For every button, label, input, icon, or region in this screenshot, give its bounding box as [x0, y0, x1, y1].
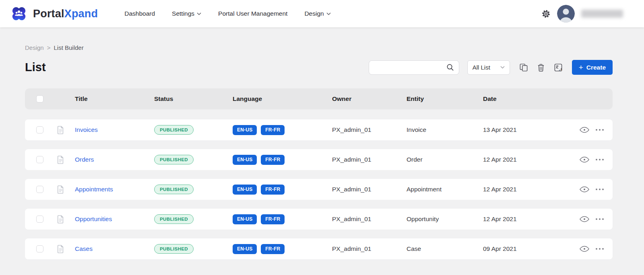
chevron-down-icon: [500, 66, 505, 69]
document-icon: [57, 215, 75, 224]
row-date: 12 Apr 2021: [483, 186, 580, 193]
main-nav: Dashboard Settings Portal User Managemen…: [124, 10, 330, 17]
search-icon[interactable]: [446, 64, 454, 71]
row-entity: Appointment: [407, 186, 483, 193]
select-all-checkbox[interactable]: [36, 95, 43, 103]
status-badge: PUBLISHED: [154, 244, 194, 254]
table-row: Opportunities PUBLISHED EN-USFR-FR PX_ad…: [25, 209, 613, 230]
title-row: List All List: [25, 60, 613, 75]
column-header-entity: Entity: [407, 95, 483, 103]
language-badge: FR-FR: [261, 185, 285, 195]
breadcrumb-parent[interactable]: Design: [25, 44, 44, 51]
eye-icon[interactable]: [580, 127, 589, 133]
document-icon: [57, 185, 75, 194]
row-date: 09 Apr 2021: [483, 245, 580, 252]
row-owner: PX_admin_01: [332, 156, 407, 163]
column-header-owner: Owner: [332, 95, 407, 103]
language-badge: FR-FR: [261, 125, 285, 135]
column-header-date: Date: [483, 95, 580, 103]
table-body: Invoices PUBLISHED EN-USFR-FR PX_admin_0…: [25, 119, 613, 259]
trash-icon[interactable]: [537, 64, 545, 72]
nav-item-settings[interactable]: Settings: [172, 10, 201, 17]
search-input[interactable]: [374, 64, 446, 71]
nav-right: [541, 5, 623, 23]
nav-item-dashboard[interactable]: Dashboard: [124, 10, 155, 17]
row-entity: Invoice: [407, 126, 483, 133]
language-badges: EN-USFR-FR: [233, 244, 332, 254]
chevron-down-icon: [197, 12, 201, 15]
document-icon: [57, 156, 75, 164]
copy-icon[interactable]: [520, 64, 528, 72]
row-checkbox[interactable]: [36, 245, 43, 252]
user-name-redacted[interactable]: [581, 10, 623, 18]
column-header-language: Language: [233, 95, 332, 103]
language-badge: EN-US: [233, 214, 257, 224]
row-checkbox[interactable]: [36, 186, 43, 193]
language-badges: EN-USFR-FR: [233, 185, 332, 195]
status-badge: PUBLISHED: [154, 155, 194, 164]
row-owner: PX_admin_01: [332, 186, 407, 193]
eye-icon[interactable]: [580, 186, 589, 193]
row-checkbox[interactable]: [36, 126, 43, 133]
tool-icons: A: [520, 64, 562, 72]
row-menu-ellipsis-icon[interactable]: [596, 157, 604, 162]
row-title-link[interactable]: Opportunities: [75, 215, 112, 222]
page-title: List: [25, 61, 46, 74]
translate-icon[interactable]: A: [554, 64, 562, 72]
row-checkbox[interactable]: [36, 215, 43, 223]
brand-name: PortalXpand: [33, 8, 98, 20]
document-icon: [57, 126, 75, 134]
breadcrumb: Design > List Builder: [25, 44, 613, 51]
table-row: Appointments PUBLISHED EN-USFR-FR PX_adm…: [25, 179, 613, 200]
filter-value: All List: [473, 64, 490, 71]
row-owner: PX_admin_01: [332, 215, 407, 223]
column-header-title: Title: [75, 95, 154, 103]
top-navigation: PortalXpand Dashboard Settings Portal Us…: [0, 0, 644, 27]
list-filter-dropdown[interactable]: All List: [467, 60, 510, 75]
language-badge: FR-FR: [261, 214, 285, 224]
main-content: Design > List Builder List All List: [0, 27, 644, 259]
chevron-down-icon: [326, 12, 331, 15]
avatar[interactable]: [557, 5, 575, 23]
toolbar: All List: [369, 60, 613, 75]
portalxpand-logo-icon: [10, 4, 28, 23]
nav-item-design[interactable]: Design: [304, 10, 330, 17]
row-owner: PX_admin_01: [332, 245, 407, 252]
row-menu-ellipsis-icon[interactable]: [596, 217, 604, 222]
row-menu-ellipsis-icon[interactable]: [596, 246, 604, 251]
table-header: Title Status Language Owner Entity Date: [25, 88, 613, 109]
breadcrumb-separator: >: [47, 44, 51, 51]
breadcrumb-current: List Builder: [54, 44, 83, 51]
language-badges: EN-USFR-FR: [233, 125, 332, 135]
status-badge: PUBLISHED: [154, 214, 194, 224]
row-actions: [580, 216, 613, 222]
svg-text:A: A: [559, 68, 561, 71]
row-entity: Opportunity: [407, 215, 483, 223]
eye-icon[interactable]: [580, 156, 589, 163]
table-row: Cases PUBLISHED EN-USFR-FR PX_admin_01 C…: [25, 238, 613, 259]
row-menu-ellipsis-icon[interactable]: [596, 127, 604, 132]
language-badge: EN-US: [233, 155, 257, 165]
row-title-link[interactable]: Cases: [75, 245, 93, 252]
row-title-link[interactable]: Invoices: [75, 126, 98, 133]
row-entity: Case: [407, 245, 483, 252]
document-icon: [57, 245, 75, 253]
status-badge: PUBLISHED: [154, 185, 194, 194]
eye-icon[interactable]: [580, 216, 589, 222]
nav-item-portal-user-management[interactable]: Portal User Management: [218, 10, 287, 17]
row-menu-ellipsis-icon[interactable]: [596, 187, 604, 192]
row-title-link[interactable]: Appointments: [75, 186, 113, 193]
brand[interactable]: PortalXpand: [10, 4, 98, 23]
create-button[interactable]: + Create: [572, 60, 613, 75]
row-owner: PX_admin_01: [332, 126, 407, 133]
row-checkbox[interactable]: [36, 156, 43, 163]
row-date: 13 Apr 2021: [483, 126, 580, 133]
gear-icon[interactable]: [541, 9, 551, 18]
eye-icon[interactable]: [580, 246, 589, 252]
language-badge: FR-FR: [261, 155, 285, 165]
language-badge: EN-US: [233, 185, 257, 195]
language-badge: EN-US: [233, 244, 257, 254]
language-badges: EN-USFR-FR: [233, 214, 332, 224]
language-badge: EN-US: [233, 125, 257, 135]
row-title-link[interactable]: Orders: [75, 156, 94, 163]
